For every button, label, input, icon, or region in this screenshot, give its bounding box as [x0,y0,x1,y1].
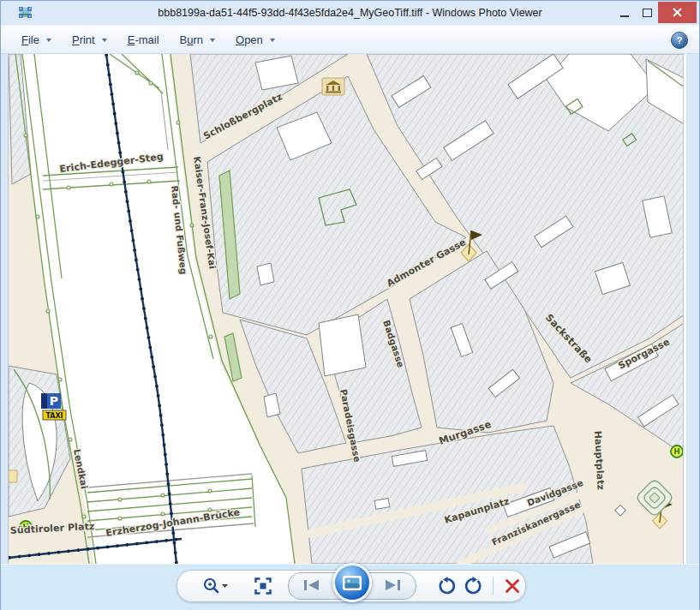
menu-caret-icon [102,39,107,42]
svg-text:P: P [50,394,58,408]
play-slideshow-button[interactable] [332,563,372,602]
map-svg: H H P TAXI Erich-Edegger-StegKaiser-Fran… [9,54,684,564]
menu-item-label: E-mail [128,33,159,46]
menu-item-label: File [21,33,39,46]
viewer-content-area: H H P TAXI Erich-Edegger-StegKaiser-Fran… [1,54,699,564]
viewer-frame-right [684,54,699,564]
menu-item-label: Burn [180,33,203,46]
maximize-button[interactable] [636,2,658,23]
poi-marker [9,470,17,482]
geotiff-map-image: H H P TAXI Erich-Edegger-StegKaiser-Fran… [8,54,684,564]
previous-icon [303,579,320,591]
menu-item-label: Print [72,33,95,46]
delete-icon [505,578,520,594]
museum-icon [322,78,344,95]
minimize-button[interactable] [613,2,636,23]
delete-button[interactable] [500,573,525,599]
maximize-icon [643,9,652,17]
menu-caret-icon [270,39,275,42]
toolbar [176,570,526,602]
menu-item-label: Open [236,33,263,46]
rotate-clockwise-button[interactable] [462,573,485,599]
rotate-cw-icon [464,577,483,595]
title-bar: bbb8199a-da51-44f5-93dd-4f43e5fda2e4_MyG… [1,1,699,25]
toolbar-area [1,564,699,610]
menu-item-file[interactable]: File [21,33,51,46]
help-button[interactable]: ? [671,32,688,49]
slideshow-icon [342,575,362,591]
close-icon [673,8,682,17]
fit-to-window-button[interactable] [250,573,275,599]
photo-viewer-app-icon [19,7,32,18]
window-controls [613,2,697,23]
rotate-ccw-icon [437,577,456,595]
svg-text:TAXI: TAXI [45,412,63,420]
menu-bar: FilePrintE-mailBurnOpen ? [1,25,699,54]
menu-caret-icon [46,39,51,42]
menu-item-email[interactable]: E-mail [128,33,159,46]
next-button[interactable] [369,573,416,597]
menu-item-burn[interactable]: Burn [180,33,215,46]
zoom-button[interactable] [200,573,230,599]
minimize-icon [620,15,629,17]
toolbar-divider [493,577,494,595]
window-title: bbb8199a-da51-44f5-93dd-4f43e5fda2e4_MyG… [1,7,699,19]
previous-button[interactable] [289,573,335,597]
viewer-frame-left [1,54,8,564]
magnifier-icon [201,577,229,595]
photo-viewer-window: bbb8199a-da51-44f5-93dd-4f43e5fda2e4_MyG… [0,0,700,610]
close-button[interactable] [658,2,697,23]
menu-item-print[interactable]: Print [72,33,107,46]
menu-caret-icon [210,39,215,42]
help-icon: ? [677,35,683,45]
rotate-counterclockwise-button[interactable] [435,573,458,599]
next-icon [384,579,401,591]
menu-item-open[interactable]: Open [236,33,275,46]
actual-size-icon [254,577,272,595]
svg-text:H: H [673,447,680,456]
transit-stop-icon: H [671,446,683,458]
